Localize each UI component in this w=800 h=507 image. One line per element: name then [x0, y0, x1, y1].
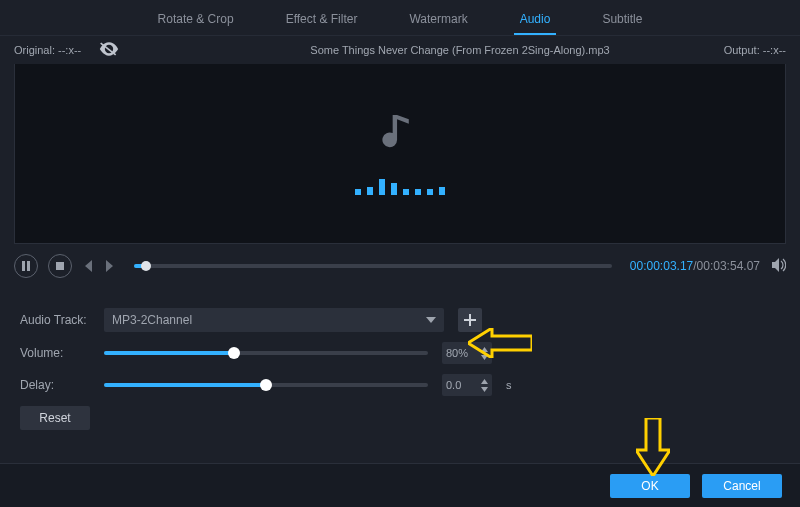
- audio-track-select[interactable]: MP3-2Channel: [104, 308, 444, 332]
- volume-up[interactable]: [481, 345, 488, 353]
- add-track-button[interactable]: [458, 308, 482, 332]
- playback-bar: 00:00:03.17/00:03:54.07: [0, 244, 800, 288]
- volume-label: Volume:: [20, 346, 90, 360]
- output-label: Output: --:x--: [666, 44, 786, 56]
- filename: Some Things Never Change (From Frozen 2S…: [254, 44, 666, 56]
- volume-value: 80%: [446, 347, 481, 359]
- audio-controls: Audio Track: MP3-2Channel Volume: 80% De…: [0, 288, 800, 430]
- volume-slider[interactable]: [104, 351, 428, 355]
- cancel-button[interactable]: Cancel: [702, 474, 782, 498]
- original-label: Original: --:x--: [14, 44, 81, 56]
- stop-button[interactable]: [48, 254, 72, 278]
- delay-down[interactable]: [481, 385, 488, 393]
- volume-down[interactable]: [481, 353, 488, 361]
- play-pause-button[interactable]: [14, 254, 38, 278]
- reset-button[interactable]: Reset: [20, 406, 90, 430]
- delay-spinner[interactable]: 0.0: [442, 374, 492, 396]
- audio-track-label: Audio Track:: [20, 313, 90, 327]
- tab-rotate-crop[interactable]: Rotate & Crop: [152, 12, 240, 35]
- tab-subtitle[interactable]: Subtitle: [596, 12, 648, 35]
- svg-rect-0: [22, 261, 25, 271]
- prev-button[interactable]: [82, 260, 94, 272]
- delay-up[interactable]: [481, 377, 488, 385]
- delay-unit: s: [506, 379, 512, 391]
- chevron-down-icon: [426, 315, 436, 325]
- music-note-icon: [382, 112, 418, 159]
- time-display: 00:00:03.17/00:03:54.07: [630, 259, 760, 273]
- delay-value: 0.0: [446, 379, 481, 391]
- delay-slider[interactable]: [104, 383, 428, 387]
- next-button[interactable]: [104, 260, 116, 272]
- equalizer-icon: [355, 179, 445, 195]
- speaker-icon[interactable]: [770, 257, 786, 276]
- audio-track-value: MP3-2Channel: [112, 313, 192, 327]
- progress-slider[interactable]: [134, 264, 612, 268]
- svg-rect-2: [56, 262, 64, 270]
- delay-label: Delay:: [20, 378, 90, 392]
- file-info-bar: Original: --:x-- Some Things Never Chang…: [0, 36, 800, 64]
- volume-spinner[interactable]: 80%: [442, 342, 492, 364]
- tab-effect-filter[interactable]: Effect & Filter: [280, 12, 364, 35]
- dialog-footer: OK Cancel: [0, 463, 800, 507]
- tab-watermark[interactable]: Watermark: [403, 12, 473, 35]
- ok-button[interactable]: OK: [610, 474, 690, 498]
- tab-audio[interactable]: Audio: [514, 12, 557, 35]
- svg-rect-1: [27, 261, 30, 271]
- tab-bar: Rotate & Crop Effect & Filter Watermark …: [0, 0, 800, 36]
- preview-toggle-icon[interactable]: [99, 41, 119, 59]
- preview-pane: [14, 64, 786, 244]
